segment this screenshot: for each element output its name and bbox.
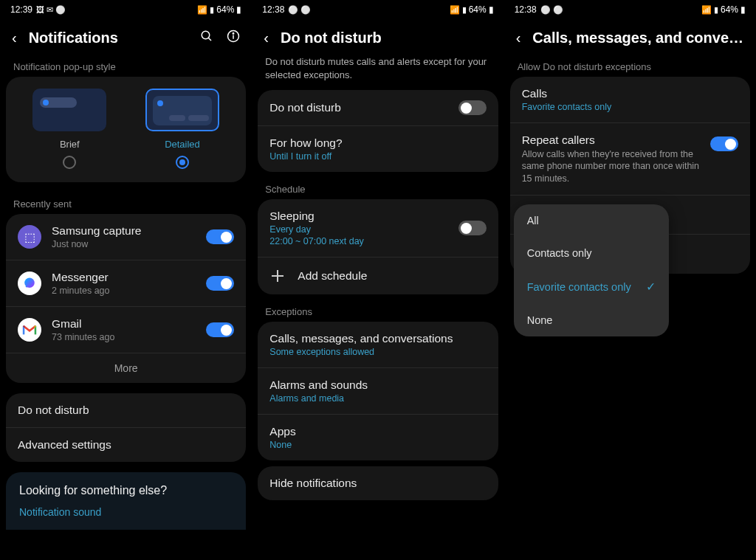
calls-convo-title: Calls, messages, and conversations bbox=[269, 332, 486, 345]
allow-exceptions-label: Allow Do not disturb exceptions bbox=[504, 55, 756, 77]
signal-icon: ▮ bbox=[714, 5, 718, 15]
back-button[interactable]: ‹ bbox=[12, 30, 17, 46]
radio-unselected[interactable] bbox=[63, 156, 76, 169]
wifi-icon: 📶 bbox=[701, 5, 712, 15]
status-bar: 12:38 ⚪ ⚪ 📶 ▮ 64% ▮ bbox=[504, 0, 756, 19]
battery-icon: ▮ bbox=[740, 4, 746, 15]
more-button[interactable]: More bbox=[6, 353, 246, 383]
repeat-toggle[interactable] bbox=[710, 136, 738, 151]
app-time: Just now bbox=[52, 239, 206, 249]
dnd-row[interactable]: Do not disturb bbox=[6, 393, 246, 428]
suggestion-link[interactable]: Notification sound bbox=[19, 506, 233, 518]
app-toggle[interactable] bbox=[206, 276, 234, 291]
style-detailed-option[interactable]: Detailed bbox=[128, 89, 237, 169]
advanced-label: Advanced settings bbox=[18, 438, 234, 452]
plus-icon bbox=[269, 268, 286, 284]
alarms-row[interactable]: Alarms and sounds Alarms and media bbox=[258, 368, 498, 415]
calls-convo-row[interactable]: Calls, messages, and conversations Some … bbox=[258, 322, 498, 368]
schedule-label: Schedule bbox=[252, 178, 504, 199]
dropdown-contacts-label: Contacts only bbox=[527, 247, 592, 259]
style-detailed-label: Detailed bbox=[128, 139, 237, 150]
app-time: 73 minutes ago bbox=[52, 332, 206, 342]
calls-title: Calls bbox=[522, 87, 738, 100]
sleeping-toggle[interactable] bbox=[458, 221, 487, 235]
repeat-callers-row[interactable]: Repeat callers Allow calls when they're … bbox=[510, 123, 750, 196]
how-long-row[interactable]: For how long? Until I turn it off bbox=[258, 126, 498, 172]
page-title: Notifications bbox=[29, 30, 189, 46]
apps-row[interactable]: Apps None bbox=[258, 415, 498, 460]
dropdown-all-label: All bbox=[527, 215, 539, 227]
sleeping-sub2: 22:00 ~ 07:00 next day bbox=[269, 236, 458, 246]
back-button[interactable]: ‹ bbox=[264, 30, 269, 46]
hide-notifications-card: Hide notifications bbox=[258, 466, 498, 500]
wifi-icon: 📶 bbox=[197, 5, 207, 15]
repeat-sub: Allow calls when they're received from t… bbox=[522, 148, 710, 184]
add-schedule-label: Add schedule bbox=[298, 269, 486, 283]
dnd-description: Do not disturb mutes calls and alerts ex… bbox=[252, 55, 504, 90]
app-row-samsung-capture[interactable]: ⬚ Samsung capture Just now bbox=[6, 214, 246, 260]
wifi-icon: 📶 bbox=[450, 5, 460, 15]
dropdown-option-all[interactable]: All bbox=[514, 204, 669, 237]
repeat-title: Repeat callers bbox=[522, 134, 710, 147]
add-schedule-row[interactable]: Add schedule bbox=[258, 257, 498, 294]
how-long-sub: Until I turn it off bbox=[269, 151, 486, 162]
sleeping-title: Sleeping bbox=[269, 210, 458, 223]
battery-icon: ▮ bbox=[236, 4, 241, 15]
search-icon[interactable] bbox=[200, 30, 213, 46]
page-title: Calls, messages, and conversa… bbox=[532, 30, 744, 46]
radio-selected[interactable] bbox=[176, 156, 189, 169]
app-name: Messenger bbox=[52, 271, 206, 284]
info-icon[interactable] bbox=[227, 30, 240, 46]
dnd-toggle-card: Do not disturb For how long? Until I tur… bbox=[258, 90, 498, 172]
suggestion-card: Looking for something else? Notification… bbox=[6, 472, 246, 530]
header: ‹ Notifications bbox=[0, 19, 252, 55]
how-long-title: For how long? bbox=[269, 136, 486, 150]
status-app-icons: ⚪ ⚪ bbox=[540, 5, 563, 15]
dnd-label: Do not disturb bbox=[18, 404, 234, 417]
status-app-icons: ⚪ ⚪ bbox=[288, 5, 311, 15]
header: ‹ Calls, messages, and conversa… bbox=[504, 19, 756, 55]
dropdown-option-favorite[interactable]: Favorite contacts only ✓ bbox=[514, 269, 669, 304]
dropdown-option-contacts[interactable]: Contacts only bbox=[514, 237, 669, 269]
battery-icon: ▮ bbox=[489, 4, 494, 15]
advanced-settings-row[interactable]: Advanced settings bbox=[6, 428, 246, 462]
back-button[interactable]: ‹ bbox=[516, 30, 521, 46]
app-toggle[interactable] bbox=[206, 229, 234, 244]
hide-notifications-label: Hide notifications bbox=[269, 477, 486, 490]
svg-line-1 bbox=[209, 38, 212, 41]
calls-dropdown: All Contacts only Favorite contacts only… bbox=[514, 204, 669, 336]
screen-notifications: 12:39 🖼 ✉ ⚪ 📶 ▮ 64% ▮ ‹ Notifications No… bbox=[0, 0, 252, 560]
sleeping-row[interactable]: Sleeping Every day 22:00 ~ 07:00 next da… bbox=[258, 199, 498, 257]
battery-percent: 64% bbox=[216, 4, 234, 15]
checkmark-icon: ✓ bbox=[646, 280, 656, 294]
popup-style-label: Notification pop-up style bbox=[0, 55, 252, 77]
status-time: 12:38 bbox=[262, 4, 284, 15]
apps-sub: None bbox=[269, 440, 486, 450]
calls-sub: Favorite contacts only bbox=[522, 102, 738, 112]
dnd-toggle[interactable] bbox=[458, 100, 487, 115]
app-time: 2 minutes ago bbox=[52, 286, 206, 296]
app-row-messenger[interactable]: Messenger 2 minutes ago bbox=[6, 260, 246, 307]
hide-notifications-row[interactable]: Hide notifications bbox=[258, 466, 498, 500]
app-toggle[interactable] bbox=[206, 322, 234, 337]
header: ‹ Do not disturb bbox=[252, 19, 504, 55]
exceptions-card: Calls, messages, and conversations Some … bbox=[258, 322, 498, 460]
style-brief-option[interactable]: Brief bbox=[16, 89, 124, 169]
screen-dnd: 12:38 ⚪ ⚪ 📶 ▮ 64% ▮ ‹ Do not disturb Do … bbox=[252, 0, 504, 560]
schedule-card: Sleeping Every day 22:00 ~ 07:00 next da… bbox=[258, 199, 498, 294]
status-app-icons: 🖼 ✉ ⚪ bbox=[36, 5, 66, 15]
dnd-toggle-row[interactable]: Do not disturb bbox=[258, 90, 498, 126]
calls-row[interactable]: Calls Favorite contacts only bbox=[510, 77, 750, 123]
dropdown-option-none[interactable]: None bbox=[514, 304, 669, 336]
gmail-icon bbox=[18, 318, 41, 342]
svg-point-4 bbox=[233, 33, 235, 35]
exceptions-label: Exceptions bbox=[252, 300, 504, 322]
messenger-icon bbox=[18, 272, 41, 295]
style-brief-label: Brief bbox=[16, 139, 124, 150]
sleeping-sub1: Every day bbox=[269, 224, 458, 235]
dropdown-none-label: None bbox=[527, 314, 553, 326]
alarms-sub: Alarms and media bbox=[269, 393, 486, 404]
app-row-gmail[interactable]: Gmail 73 minutes ago bbox=[6, 307, 246, 353]
app-name: Samsung capture bbox=[52, 224, 206, 238]
battery-percent: 64% bbox=[721, 4, 738, 15]
